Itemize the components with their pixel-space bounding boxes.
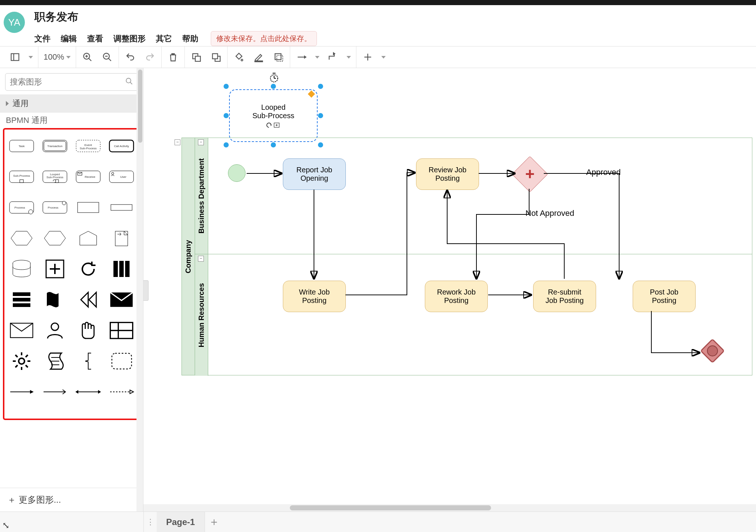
add-page-button[interactable]: ＋: [205, 512, 223, 532]
shape-transaction[interactable]: Transaction: [40, 134, 70, 158]
sidebar-scrollbar[interactable]: [136, 68, 143, 512]
resize-handle[interactable]: [224, 113, 229, 118]
menu-arrange[interactable]: 调整图形: [113, 33, 146, 44]
fill-color-button[interactable]: [233, 51, 245, 63]
lane-title-2[interactable]: Human Resources: [195, 254, 208, 376]
shape-table-icon[interactable]: [107, 318, 136, 342]
bpmn-pool[interactable]: Company − Business Department − Report J…: [181, 138, 752, 375]
search-icon[interactable]: [125, 77, 133, 87]
shapes-panel-highlight: Task Transaction EventSub-Process Call A…: [3, 128, 140, 420]
delete-button[interactable]: [167, 51, 179, 63]
shape-pentagon-house[interactable]: [74, 226, 103, 250]
shape-script-icon[interactable]: [40, 349, 70, 373]
zoom-dropdown[interactable]: 100%: [44, 52, 71, 62]
page-tab-1[interactable]: Page-1: [157, 512, 205, 532]
end-event[interactable]: [700, 338, 725, 363]
shape-parallel-bars[interactable]: [107, 257, 136, 281]
shape-process-marker[interactable]: Process: [40, 195, 70, 220]
to-front-button[interactable]: [190, 51, 202, 63]
lane-title-1[interactable]: Business Department: [195, 138, 208, 254]
shape-gear-icon[interactable]: [7, 349, 36, 373]
task-rework[interactable]: Rework Job Posting: [425, 281, 488, 312]
shape-rewind-icon[interactable]: [74, 288, 103, 312]
shape-dashed-rect[interactable]: [107, 349, 136, 373]
scrollbar-thumb[interactable]: [138, 70, 142, 143]
sidebar-collapse-handle[interactable]: [143, 280, 149, 301]
menu-extras[interactable]: 其它: [156, 33, 172, 44]
scrollbar-thumb[interactable]: [290, 505, 491, 510]
zoom-out-button[interactable]: [101, 51, 113, 63]
waypoint-style-button[interactable]: [327, 51, 339, 63]
shape-subprocess[interactable]: Sub-Process: [7, 165, 36, 189]
to-back-button[interactable]: [210, 51, 222, 63]
undo-button[interactable]: [124, 51, 136, 63]
pool-title[interactable]: Company: [182, 138, 195, 375]
shape-hexagon[interactable]: [40, 226, 70, 250]
shape-plus-box[interactable]: [40, 257, 70, 281]
shape-bracket-icon[interactable]: [74, 349, 103, 373]
menu-edit[interactable]: 编辑: [61, 33, 77, 44]
start-event[interactable]: [228, 164, 246, 182]
menu-file[interactable]: 文件: [34, 33, 50, 44]
task-report[interactable]: Report Job Opening: [283, 158, 346, 190]
shadow-button[interactable]: [272, 51, 285, 63]
task-post[interactable]: Post Job Posting: [633, 281, 696, 312]
selected-looped-subprocess[interactable]: Looped Sub-Process: [226, 86, 321, 145]
shape-rect[interactable]: [74, 195, 103, 220]
menu-help[interactable]: 帮助: [182, 33, 198, 44]
shape-flag-wave[interactable]: [40, 288, 70, 312]
more-shapes-button[interactable]: ＋ 更多图形...: [0, 488, 143, 512]
shape-arrow-open[interactable]: [40, 380, 70, 404]
shape-arrow-solid[interactable]: [7, 380, 36, 404]
shape-envelope-filled[interactable]: [107, 288, 136, 312]
resize-handle[interactable]: [224, 84, 229, 89]
shape-looped-subprocess[interactable]: LoopedSub-Process: [40, 165, 70, 189]
shape-loop-icon[interactable]: [74, 257, 103, 281]
shape-task[interactable]: Task: [7, 134, 36, 158]
save-warning[interactable]: 修改未保存。点击此处保存。: [211, 31, 317, 46]
search-input[interactable]: [10, 77, 125, 87]
shape-receive[interactable]: Receive: [74, 165, 103, 189]
shape-rect-thin[interactable]: [107, 195, 136, 220]
shape-datastore[interactable]: [7, 257, 36, 281]
shape-document-arrow[interactable]: [107, 226, 136, 250]
menu-view[interactable]: 查看: [87, 33, 103, 44]
lane-business[interactable]: Business Department − Report Job Opening…: [195, 138, 752, 254]
avatar[interactable]: YA: [4, 12, 25, 33]
line-color-button[interactable]: [252, 51, 265, 63]
shape-hand-icon[interactable]: [74, 318, 103, 342]
redo-button[interactable]: [144, 51, 156, 63]
task-review[interactable]: Review Job Posting: [416, 158, 479, 190]
task-write[interactable]: Write Job Posting: [283, 281, 346, 312]
canvas-scrollbar[interactable]: [143, 504, 756, 512]
lane-collapse-icon[interactable]: −: [198, 139, 204, 145]
shape-horizontal-bars[interactable]: [7, 288, 36, 312]
zoom-in-button[interactable]: [81, 51, 94, 63]
parallel-gateway[interactable]: +: [512, 156, 548, 192]
palette-bpmn-label[interactable]: BPMN 通用: [0, 113, 143, 126]
svg-marker-17: [304, 55, 307, 59]
canvas[interactable]: Looped Sub-Process Company − Bu: [143, 68, 756, 512]
shape-call-activity[interactable]: Call Activity: [107, 134, 136, 158]
toggle-panels-button[interactable]: [9, 51, 21, 63]
lane-collapse-icon[interactable]: −: [198, 256, 204, 262]
shape-process-timer[interactable]: Process: [7, 195, 36, 220]
palette-general-header[interactable]: 通用: [0, 94, 143, 113]
shape-user-icon[interactable]: [40, 318, 70, 342]
resize-handle[interactable]: [318, 113, 323, 118]
task-resubmit[interactable]: Re-submit Job Posting: [533, 281, 596, 312]
tab-drag-handle[interactable]: ⋮: [143, 512, 157, 532]
shape-user[interactable]: User: [107, 165, 136, 189]
shape-arrow-double[interactable]: [74, 380, 103, 404]
shape-event-subprocess[interactable]: EventSub-Process: [74, 134, 103, 158]
pool-collapse-icon[interactable]: −: [175, 139, 180, 145]
shape-envelope-outline[interactable]: [7, 318, 36, 342]
connection-style-button[interactable]: [295, 51, 308, 63]
insert-button[interactable]: [362, 51, 374, 63]
shape-hexagon-rounded[interactable]: [7, 226, 36, 250]
shape-arrow-dashed[interactable]: [107, 380, 136, 404]
lane-hr[interactable]: Human Resources − Write Job Posting Rewo…: [195, 254, 752, 376]
resize-handle[interactable]: [271, 84, 276, 89]
svg-text:Sub-Process: Sub-Process: [80, 147, 97, 150]
resize-handle[interactable]: [318, 84, 323, 89]
